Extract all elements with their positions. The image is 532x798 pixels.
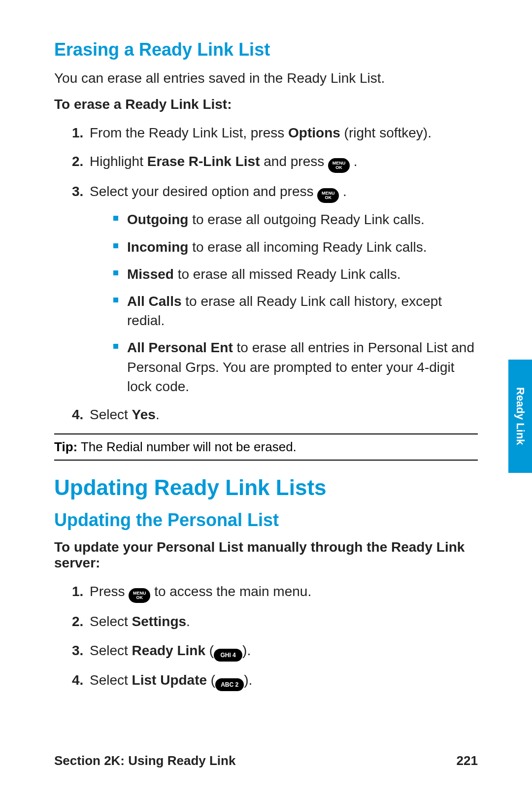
tip-label: Tip: xyxy=(54,439,77,454)
step-number: 3. xyxy=(72,182,90,202)
update-step-3: 3.Select Ready Link (GHI 4). xyxy=(72,641,478,662)
step-number: 2. xyxy=(72,152,90,172)
step-text: ( xyxy=(207,672,215,688)
step-number: 1. xyxy=(72,582,90,602)
page-footer: Section 2K: Using Ready Link 221 xyxy=(54,753,478,768)
step-number: 4. xyxy=(72,670,90,691)
step-text: ). xyxy=(242,643,251,658)
step-text: From the Ready Link List, press xyxy=(90,125,288,140)
menu-ok-key-icon: MENUOK xyxy=(317,188,339,203)
step-text: Press xyxy=(90,584,129,599)
erase-step-4: 4.Select Yes. xyxy=(72,405,478,425)
menu-item: List Update xyxy=(132,672,207,688)
step-text: Select xyxy=(90,407,132,422)
tip-text: The Redial number will not be erased. xyxy=(77,439,297,454)
menu-item: Erase R-Link List xyxy=(147,154,260,169)
update-task-label: To update your Personal List manually th… xyxy=(54,539,478,571)
step-text: Select xyxy=(90,614,132,629)
bullet-missed: Missed to erase all missed Ready Link ca… xyxy=(113,265,478,284)
step-number: 4. xyxy=(72,405,90,425)
key-2-icon: ABC 2 xyxy=(215,678,244,691)
step-text: ). xyxy=(244,672,252,688)
footer-page-number: 221 xyxy=(457,753,478,768)
updating-personal-heading: Updating the Personal List xyxy=(54,510,478,531)
step-text: . xyxy=(339,184,347,199)
step-number: 3. xyxy=(72,641,90,661)
bullet-all-calls: All Calls to erase all Ready Link call h… xyxy=(113,292,478,330)
menu-ok-key-icon: MENUOK xyxy=(328,158,350,173)
bullet-all-personal-ent: All Personal Ent to erase all entries in… xyxy=(113,338,478,396)
update-step-1: 1.Press MENUOK to access the main menu. xyxy=(72,582,478,603)
update-step-2: 2.Select Settings. xyxy=(72,612,478,632)
footer-section: Section 2K: Using Ready Link xyxy=(54,753,235,768)
step-number: 1. xyxy=(72,123,90,143)
erase-options-list: Outgoing to erase all outgoing Ready Lin… xyxy=(90,210,478,396)
erasing-intro: You can erase all entries saved in the R… xyxy=(54,69,478,88)
menu-item: Yes xyxy=(132,407,156,422)
update-steps: 1.Press MENUOK to access the main menu. … xyxy=(54,582,478,691)
side-tab: Ready Link xyxy=(508,360,532,473)
step-text: . xyxy=(186,614,190,629)
erase-step-2: 2.Highlight Erase R-Link List and press … xyxy=(72,152,478,173)
erase-step-1: 1.From the Ready Link List, press Option… xyxy=(72,123,478,143)
erase-task-label: To erase a Ready Link List: xyxy=(54,97,478,112)
erasing-heading: Erasing a Ready Link List xyxy=(54,39,478,60)
menu-ok-key-icon: MENUOK xyxy=(129,588,150,603)
step-text: Select your desired option and press xyxy=(90,184,317,199)
erase-steps: 1.From the Ready Link List, press Option… xyxy=(54,123,478,425)
erase-step-3: 3.Select your desired option and press M… xyxy=(72,182,478,396)
step-text: and press xyxy=(260,154,328,169)
step-text: ( xyxy=(205,643,214,658)
step-text: Select xyxy=(90,643,132,658)
tip-box: Tip: The Redial number will not be erase… xyxy=(54,433,478,461)
step-text: to access the main menu. xyxy=(150,584,311,599)
step-text: (right softkey). xyxy=(340,125,432,140)
step-text: Select xyxy=(90,672,132,688)
update-step-4: 4.Select List Update (ABC 2). xyxy=(72,670,478,691)
step-text: Highlight xyxy=(90,154,147,169)
side-tab-label: Ready Link xyxy=(514,387,527,445)
bullet-incoming: Incoming to erase all incoming Ready Lin… xyxy=(113,237,478,257)
updating-lists-heading: Updating Ready Link Lists xyxy=(54,475,478,500)
key-4-icon: GHI 4 xyxy=(214,649,242,662)
softkey-options: Options xyxy=(288,125,340,140)
step-text: . xyxy=(156,407,160,422)
menu-item: Ready Link xyxy=(132,643,205,658)
step-text: . xyxy=(350,154,358,169)
menu-item: Settings xyxy=(132,614,186,629)
bullet-outgoing: Outgoing to erase all outgoing Ready Lin… xyxy=(113,210,478,229)
step-number: 2. xyxy=(72,612,90,632)
